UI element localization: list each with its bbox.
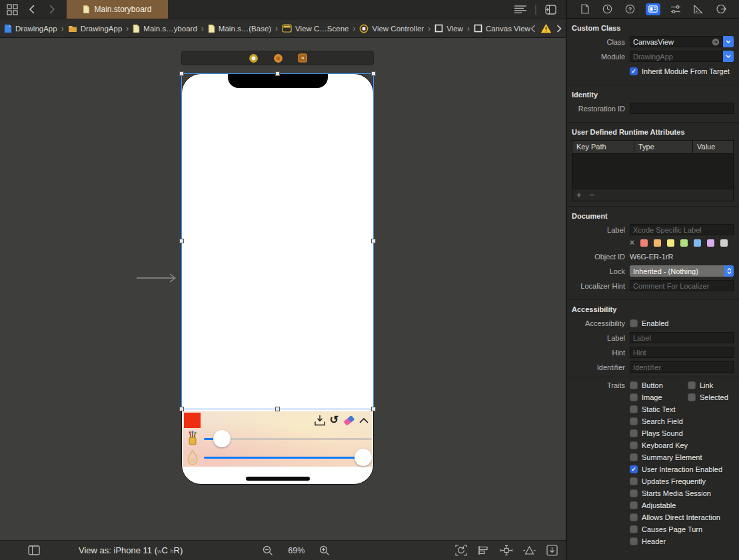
brush-size-slider[interactable]: [204, 438, 372, 440]
checkbox[interactable]: [630, 417, 638, 425]
breadcrumb-group[interactable]: DrawingApp: [68, 25, 123, 33]
trait-image[interactable]: Image: [630, 393, 688, 401]
issue-next-icon[interactable]: [556, 25, 562, 33]
breadcrumb-scene[interactable]: View C…Scene: [282, 24, 349, 33]
checkbox[interactable]: [630, 453, 638, 461]
selection-handle[interactable]: [275, 71, 280, 76]
trait-summary-element[interactable]: Summary Element: [630, 453, 702, 461]
trait-adjustable[interactable]: Adjustable: [630, 501, 676, 509]
trait-updates-frequently[interactable]: Updates Frequently: [630, 477, 706, 485]
file-inspector-icon[interactable]: [578, 3, 592, 15]
accessibility-hint-field[interactable]: Hint: [630, 347, 734, 358]
selection-handle[interactable]: [179, 71, 184, 76]
collapse-chevron-icon[interactable]: [359, 417, 369, 423]
identity-inspector-icon[interactable]: [646, 3, 660, 15]
tab-main-storyboard[interactable]: Main.storyboard: [67, 0, 168, 19]
breadcrumb-project[interactable]: DrawingApp: [4, 24, 57, 33]
trait-search-field[interactable]: Search Field: [630, 417, 683, 425]
issue-prev-icon[interactable]: [530, 25, 536, 33]
attributes-inspector-icon[interactable]: [668, 3, 683, 15]
trait-keyboard-key[interactable]: Keyboard Key: [630, 441, 688, 449]
opacity-slider-thumb[interactable]: [355, 449, 372, 466]
trait-header[interactable]: Header: [630, 537, 666, 545]
checkbox[interactable]: [688, 393, 696, 401]
save-icon[interactable]: [315, 415, 325, 426]
size-inspector-icon[interactable]: [691, 3, 706, 15]
update-frames-icon[interactable]: [455, 545, 467, 556]
column-header-value[interactable]: Value: [692, 141, 733, 153]
checkbox[interactable]: [630, 501, 638, 509]
checkbox[interactable]: [630, 489, 638, 497]
storyboard-entry-arrow[interactable]: [135, 273, 181, 283]
runtime-attributes-empty-body[interactable]: [572, 154, 733, 189]
selection-handle[interactable]: [371, 239, 376, 243]
editor-options-icon[interactable]: [514, 5, 526, 13]
selection-handle[interactable]: [179, 407, 184, 411]
breadcrumb-storyboard-base[interactable]: Main.s…(Base): [208, 24, 271, 33]
breadcrumb-storyboard[interactable]: Main.s…yboard: [133, 24, 197, 33]
accessibility-identifier-field[interactable]: Identifier: [630, 361, 734, 373]
restoration-id-field[interactable]: [630, 103, 734, 114]
color-swatch[interactable]: [707, 239, 714, 247]
breadcrumb-canvas-view[interactable]: Canvas View: [474, 24, 530, 33]
accessibility-label-field[interactable]: Label: [630, 332, 734, 343]
color-swatch[interactable]: [667, 239, 674, 247]
undo-icon[interactable]: ↺: [330, 415, 339, 425]
forward-button[interactable]: [45, 3, 59, 16]
inherit-module-checkbox[interactable]: [630, 67, 638, 75]
color-swatch[interactable]: [640, 239, 648, 247]
add-editor-icon[interactable]: [545, 5, 556, 15]
accessibility-enabled-checkbox[interactable]: [630, 319, 638, 327]
breadcrumb-view[interactable]: View: [434, 24, 463, 33]
storyboard-canvas[interactable]: ↺: [0, 38, 566, 540]
lock-popup-stepper[interactable]: [724, 265, 734, 277]
trait-selected[interactable]: Selected: [688, 393, 739, 401]
zoom-in-icon[interactable]: [319, 545, 330, 556]
checkbox[interactable]: [630, 477, 638, 485]
checkbox[interactable]: [630, 393, 638, 401]
column-header-type[interactable]: Type: [634, 141, 692, 153]
resolve-autolayout-icon[interactable]: [523, 545, 536, 555]
document-outline-toggle-icon[interactable]: [28, 545, 40, 555]
jump-to-class-icon[interactable]: [712, 38, 720, 46]
checkbox[interactable]: [630, 537, 638, 545]
warning-icon[interactable]: [540, 23, 552, 33]
scene-exit-icon[interactable]: [298, 53, 307, 63]
trait-causes-page-turn[interactable]: Causes Page Turn: [630, 525, 702, 533]
selection-handle[interactable]: [179, 239, 184, 243]
breadcrumb-view-controller[interactable]: View Controller: [359, 24, 424, 33]
current-color-swatch[interactable]: [184, 413, 201, 428]
trait-user-interaction-enabled[interactable]: User Interaction Enabled: [630, 465, 722, 473]
back-button[interactable]: [25, 3, 39, 16]
add-constraints-icon[interactable]: [500, 545, 512, 555]
trait-plays-sound[interactable]: Plays Sound: [630, 429, 683, 437]
checkbox[interactable]: [630, 405, 638, 413]
module-dropdown-button[interactable]: [723, 51, 734, 62]
checkbox[interactable]: [630, 381, 638, 389]
zoom-level[interactable]: 69%: [288, 546, 305, 555]
color-swatch[interactable]: [720, 239, 728, 247]
opacity-slider[interactable]: [204, 457, 372, 459]
align-icon[interactable]: [478, 545, 490, 555]
eraser-icon[interactable]: [343, 415, 355, 425]
trait-static-text[interactable]: Static Text: [630, 405, 676, 413]
checkbox[interactable]: [630, 441, 638, 449]
connections-inspector-icon[interactable]: [714, 3, 728, 15]
zoom-out-icon[interactable]: [263, 545, 273, 556]
class-dropdown-button[interactable]: [723, 36, 734, 47]
color-swatch[interactable]: [694, 239, 701, 247]
add-attribute-button[interactable]: +: [576, 190, 582, 200]
selection-handle[interactable]: [275, 407, 280, 411]
document-label-field[interactable]: Xcode Specific Label: [630, 224, 734, 235]
lock-popup[interactable]: Inherited - (Nothing): [630, 265, 724, 277]
view-as-label[interactable]: View as: iPhone 11 (wC hR): [79, 545, 183, 555]
scene-first-responder-icon[interactable]: [273, 53, 283, 63]
trait-link[interactable]: Link: [688, 381, 739, 389]
color-swatch[interactable]: [654, 239, 661, 247]
color-swatch[interactable]: [680, 239, 688, 247]
related-items-icon[interactable]: [5, 3, 19, 16]
selection-handle[interactable]: [371, 71, 376, 76]
embed-icon[interactable]: [546, 545, 558, 556]
device-mockup[interactable]: ↺: [181, 73, 374, 485]
trait-starts-media-session[interactable]: Starts Media Session: [630, 489, 711, 497]
